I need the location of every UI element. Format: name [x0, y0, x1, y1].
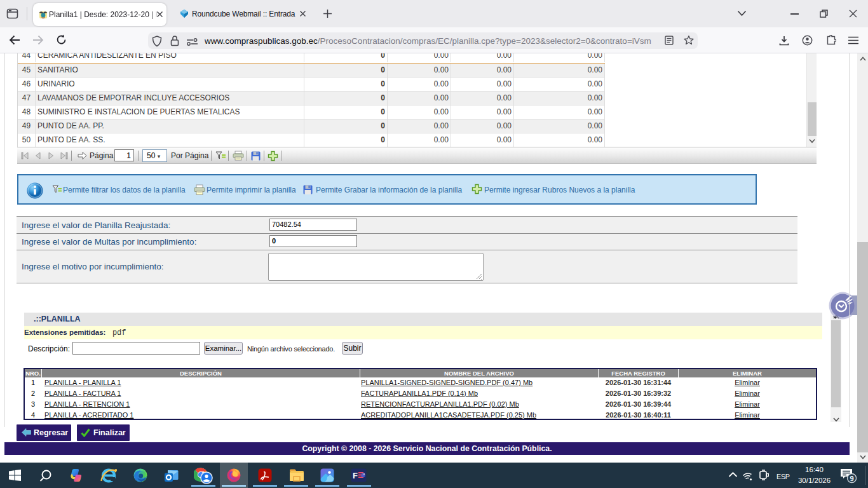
svg-text:F: F [353, 471, 358, 480]
svg-text:9: 9 [850, 475, 854, 482]
